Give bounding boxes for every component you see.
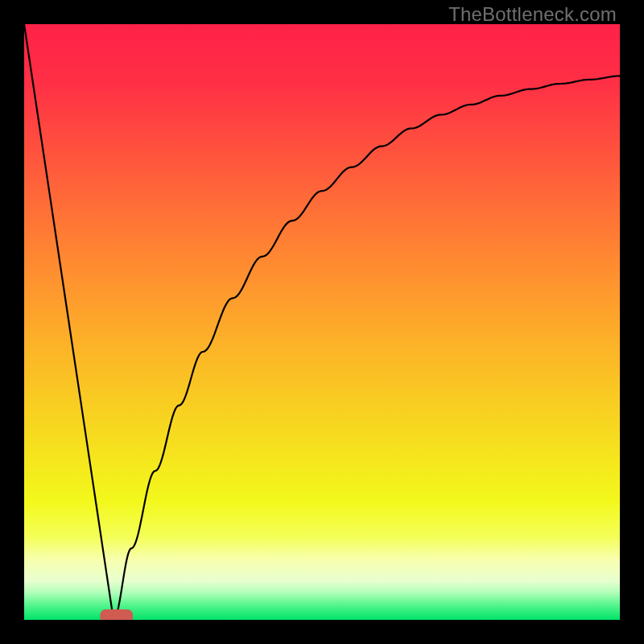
right-branch-line: [114, 76, 620, 620]
chart-curves: [24, 24, 620, 620]
left-branch-line: [24, 24, 114, 620]
minimum-marker: [100, 609, 133, 620]
watermark-text: TheBottleneck.com: [448, 3, 617, 26]
chart-frame: TheBottleneck.com: [0, 0, 644, 644]
plot-area: [24, 24, 620, 620]
